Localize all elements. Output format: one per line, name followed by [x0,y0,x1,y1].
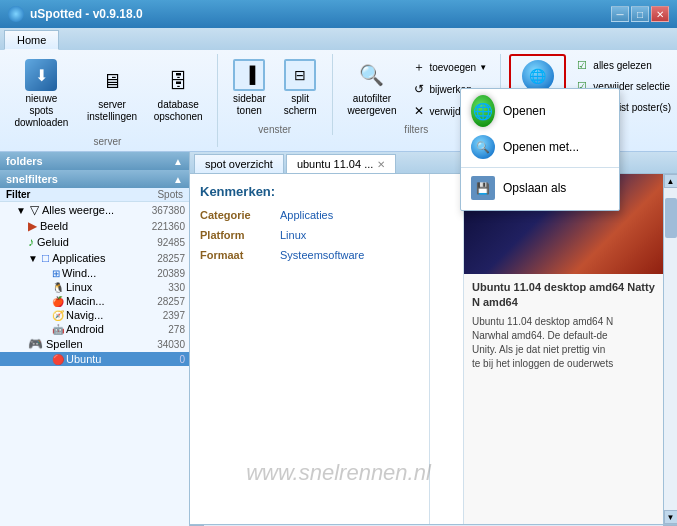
tab-close-icon[interactable]: ✕ [377,159,385,170]
server-instellingen-button[interactable]: 🖥 serverinstellingen [81,60,144,128]
mac-icon: 🍎 [52,296,64,307]
sidebar-tonen-label: sidebartonen [233,93,266,117]
minus-icon: ✕ [412,104,426,118]
tab-home[interactable]: Home [4,30,59,50]
content-body: Kenmerken: Categorie Applicaties Platfor… [190,173,677,524]
tab-spot-overzicht[interactable]: spot overzicht [194,154,284,173]
download-icon: ⬇ [25,59,57,91]
ubuntu-icon: 🔴 [52,354,64,365]
dropdown-openen-met[interactable]: 🔍 Openen met... [461,129,619,165]
music-icon: ♪ [28,235,34,249]
game-icon: 🎮 [28,337,43,351]
server-icon: 🖥 [96,65,128,97]
sidebar-header: folders ▲ [0,152,189,170]
sidebar-icon: ▐ [233,59,265,91]
app-icon: □ [42,251,49,265]
tree-item-beeld[interactable]: ▶ Beeld 221360 [0,218,189,234]
database-icon: 🗄 [162,65,194,97]
dropdown-globe-icon: 🌐 [471,99,495,123]
alles-gelezen-button[interactable]: ☑ alles gelezen [572,56,676,75]
tree-item-ubuntu[interactable]: 🔴 Ubuntu 0 [0,352,189,366]
filters-group-label: filters [404,124,428,135]
server-group-items: ⬇ nieuwe spotsdownloaden 🖥 serverinstell… [6,54,209,134]
tab-ubuntu[interactable]: ubuntu 11.04 ... ✕ [286,154,396,174]
maximize-button[interactable]: □ [631,6,649,22]
tree-item-spellen[interactable]: 🎮 Spellen 34030 [0,336,189,352]
autofilter-label: autofilterweergeven [348,93,397,117]
filter-icon: 🔍 [356,59,388,91]
filter-header-row: Filter Spots [0,188,189,202]
dropdown-save-icon: 💾 [471,176,495,200]
right-panel: Ubuntu 11.04 desktop amd64 Natty N amd64… [463,174,663,524]
scroll-up-button[interactable]: ▲ [664,174,678,188]
app-toggle-icon: ▼ [28,253,42,264]
linux-icon: 🐧 [52,282,64,293]
split-scherm-label: splitscherm [284,93,317,117]
titlebar-title: uSpotted - v0.9.18.0 [30,7,143,21]
tree-item-alles[interactable]: ▼ ▽ Alles weerge... 367380 [0,202,189,218]
close-button[interactable]: ✕ [651,6,669,22]
snelfilters-arrow-icon[interactable]: ▲ [173,174,183,185]
windows-icon: ⊞ [52,268,60,279]
tree-item-android[interactable]: 🤖 Android 278 [0,322,189,336]
android-icon: 🤖 [52,324,64,335]
detail-row-categorie: Categorie Applicaties [200,209,419,221]
vertical-scrollbar: ▲ ▼ [663,174,677,524]
snelfilters-header: snelfilters ▲ [0,170,189,188]
server-instellingen-label: serverinstellingen [87,99,137,123]
scrollbar-track[interactable] [664,188,677,510]
venster-group-label: venster [258,124,291,135]
tree-item-linux[interactable]: 🐧 Linux 330 [0,280,189,294]
watermark: www.snelrennen.nl [246,460,430,486]
dropdown-openen[interactable]: 🌐 Openen [461,93,619,129]
titlebar-left: uSpotted - v0.9.18.0 [8,6,143,22]
ribbon-tabs: Home [0,28,677,50]
ribbon-group-venster: ▐ sidebartonen ⊟ splitscherm venster [226,54,333,135]
split-icon: ⊟ [284,59,316,91]
dropdown-menu: 🌐 Openen 🔍 Openen met... 💾 Opslaan als [460,88,620,211]
film-icon: ▶ [28,219,37,233]
details-panel: Kenmerken: Categorie Applicaties Platfor… [190,174,430,524]
database-opschonen-label: databaseopschonen [154,99,203,123]
right-content-area [430,174,463,524]
app-icon [8,6,24,22]
refresh-icon: ↺ [412,82,426,96]
detail-row-platform: Platform Linux [200,229,419,241]
titlebar: uSpotted - v0.9.18.0 ─ □ ✕ [0,0,677,28]
database-opschonen-button[interactable]: 🗄 databaseopschonen [147,60,209,128]
right-panel-body: Ubuntu 11.04 desktop amd64 N Narwhal amd… [472,315,655,371]
sidebar-tonen-button[interactable]: ▐ sidebartonen [226,54,273,122]
detail-row-formaat: Formaat Systeemsoftware [200,249,419,261]
dropdown-opslaan-als[interactable]: 💾 Opslaan als [461,170,619,206]
tree-item-geluid[interactable]: ♪ Geluid 92485 [0,234,189,250]
tree-item-wind[interactable]: ⊞ Wind... 20389 [0,266,189,280]
ribbon-group-server: ⬇ nieuwe spotsdownloaden 🖥 serverinstell… [6,54,218,147]
plus-icon: ＋ [412,60,426,74]
right-panel-text: Ubuntu 11.04 desktop amd64 Natty N amd64… [464,274,663,377]
scroll-down-button[interactable]: ▼ [664,510,678,524]
toevoegen-button[interactable]: ＋ toevoegen ▼ [407,57,492,77]
server-group-label: server [94,136,122,147]
dropdown-divider [461,167,619,168]
check-icon-alles: ☑ [577,59,587,72]
sidebar: folders ▲ snelfilters ▲ Filter Spots ▼ ▽… [0,152,190,526]
tree-item-macin[interactable]: 🍎 Macin... 28257 [0,294,189,308]
right-panel-title: Ubuntu 11.04 desktop amd64 Natty N amd64 [472,280,655,311]
right-panel-content: Ubuntu 11.04 desktop amd64 Natty N amd64… [464,174,663,524]
nieuwe-spots-button[interactable]: ⬇ nieuwe spotsdownloaden [6,54,77,134]
tree-toggle-icon: ▼ [16,205,30,216]
dropdown-search-icon: 🔍 [471,135,495,159]
minimize-button[interactable]: ─ [611,6,629,22]
filter-funnel-icon: ▽ [30,203,39,217]
titlebar-buttons: ─ □ ✕ [611,6,669,22]
tree-item-navig[interactable]: 🧭 Navig... 2397 [0,308,189,322]
autofilter-button[interactable]: 🔍 autofilterweergeven [341,54,404,122]
sidebar-arrow-icon[interactable]: ▲ [173,156,183,167]
nieuwe-spots-label: nieuwe spotsdownloaden [13,93,70,129]
venster-group-items: ▐ sidebartonen ⊟ splitscherm [226,54,324,122]
scrollbar-thumb[interactable] [665,198,677,238]
kenmerken-title: Kenmerken: [200,184,419,199]
tree-item-applicaties[interactable]: ▼ □ Applicaties 28257 [0,250,189,266]
split-scherm-button[interactable]: ⊟ splitscherm [277,54,324,122]
nav-icon: 🧭 [52,310,64,321]
